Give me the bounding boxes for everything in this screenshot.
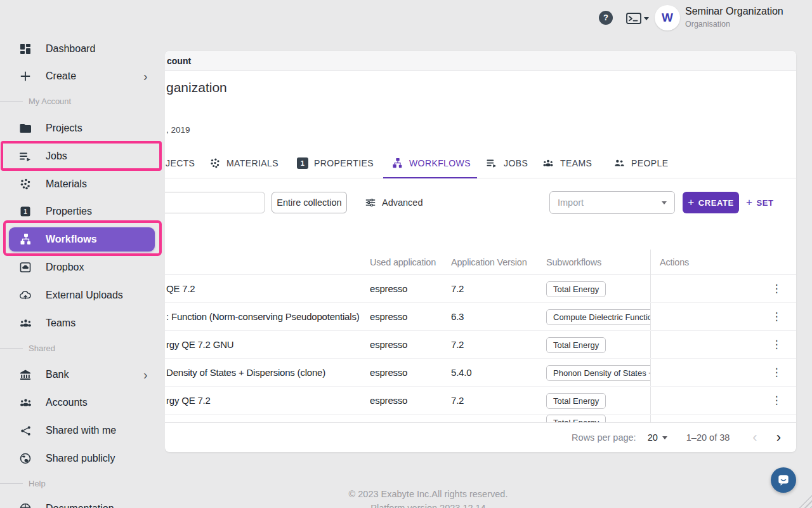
upload-cloud-icon	[18, 289, 32, 302]
set-label: SET	[757, 198, 774, 208]
sidebar-item-label: Teams	[46, 318, 75, 329]
subworkflow-chip[interactable]: Compute Dielectric Function	[546, 309, 650, 325]
row-actions-kebab-icon[interactable]: ⋮	[769, 331, 784, 359]
subworkflow-chip[interactable]: Total Energy	[546, 337, 606, 353]
sidebar-item-label: External Uploads	[46, 290, 123, 301]
sidebar-item-materials[interactable]: Materials	[0, 175, 164, 194]
sidebar-item-label: Properties	[46, 206, 92, 217]
tab-projects[interactable]: JECTS	[166, 148, 195, 178]
globe-icon	[18, 452, 32, 465]
folder-icon	[18, 122, 32, 135]
help-button[interactable]: ?	[599, 11, 613, 25]
tab-materials[interactable]: MATERIALS	[209, 148, 278, 178]
chat-bubble-button[interactable]	[771, 467, 796, 493]
tab-label: PROPERTIES	[314, 158, 374, 168]
org-type: Organisation	[685, 20, 783, 29]
active-tab-underline	[383, 177, 477, 178]
sidebar-item-label: Shared with me	[46, 425, 116, 436]
pagination-bar: Rows per page: 20 1–20 of 38 ‹ ›	[165, 422, 796, 452]
sidebar-item-label: Dropbox	[46, 262, 84, 273]
row-actions-kebab-icon[interactable]: ⋮	[769, 387, 784, 415]
previous-page-button[interactable]: ‹	[752, 431, 757, 444]
application-version: 7.2	[451, 275, 464, 303]
sidebar-item-teams[interactable]: Teams	[0, 314, 164, 333]
rows-per-page-select[interactable]: 20	[648, 432, 658, 443]
subworkflow-chip[interactable]: Total Energy	[546, 281, 606, 297]
workflows-icon	[392, 157, 403, 169]
sidebar: Dashboard Create › My Account Projects J…	[0, 0, 165, 508]
used-application: espresso	[370, 303, 407, 331]
properties-icon: 1	[18, 205, 32, 218]
create-button[interactable]: + CREATE	[683, 192, 739, 213]
tab-properties[interactable]: 1 PROPERTIES	[297, 148, 374, 178]
properties-badge-icon: 1	[297, 157, 308, 169]
sidebar-item-label: Dashboard	[46, 43, 95, 55]
sidebar-item-dropbox[interactable]: Dropbox	[0, 258, 164, 277]
plus-icon	[18, 70, 32, 82]
materials-icon	[209, 157, 221, 169]
people-icon	[613, 157, 625, 169]
table-row[interactable]: rgy QE 7.2 espresso 7.2 Total Energy ⋮	[165, 387, 796, 415]
sidebar-item-projects[interactable]: Projects	[0, 119, 164, 138]
console-menu-button[interactable]	[626, 12, 649, 25]
import-dropdown[interactable]: Import	[549, 191, 675, 214]
materials-icon	[18, 178, 32, 190]
tune-icon	[365, 197, 376, 208]
sidebar-item-documentation[interactable]: Documentation	[0, 499, 164, 508]
tab-teams[interactable]: TEAMS	[542, 148, 592, 178]
svg-text:1: 1	[23, 208, 27, 215]
terminal-icon	[626, 12, 642, 25]
set-button[interactable]: + SET	[746, 192, 774, 213]
workflows-icon	[19, 233, 33, 246]
col-subworkflows: Subworkflows	[546, 250, 601, 275]
tab-jobs[interactable]: JOBS	[486, 148, 528, 178]
subworkflow-chip[interactable]: Total Energy	[546, 393, 606, 409]
table-header: Used application Application Version Sub…	[165, 250, 796, 275]
row-actions-kebab-icon[interactable]: ⋮	[769, 303, 784, 331]
col-application-version: Application Version	[451, 250, 527, 275]
entire-collection-button[interactable]: Entire collection	[272, 192, 347, 213]
sidebar-item-jobs[interactable]: Jobs	[0, 147, 164, 166]
table-row[interactable]: Density of States + Dispersions (clone) …	[165, 359, 796, 387]
resize-corner-stripes	[796, 491, 812, 508]
page-title: ganization	[166, 80, 227, 95]
sidebar-item-dashboard[interactable]: Dashboard	[0, 39, 164, 58]
table-row[interactable]: QE 7.2 espresso 7.2 Total Energy ⋮	[165, 275, 796, 303]
sidebar-item-shared-publicly[interactable]: Shared publicly	[0, 449, 164, 468]
workflow-name: QE 7.2	[166, 275, 195, 303]
tab-label: MATERIALS	[226, 158, 278, 168]
row-actions-kebab-icon[interactable]: ⋮	[769, 275, 784, 303]
tab-label: WORKFLOWS	[409, 158, 471, 168]
org-date: , 2019	[166, 125, 190, 135]
caret-down-icon	[644, 17, 649, 20]
table-row[interactable]: rgy QE 7.2 GNU espresso 7.2 Total Energy…	[165, 331, 796, 359]
sidebar-item-label: Jobs	[46, 150, 67, 162]
section-divider	[0, 483, 23, 484]
jobs-icon	[18, 150, 32, 163]
col-actions: Actions	[660, 250, 689, 275]
advanced-label: Advanced	[382, 197, 423, 208]
org-block[interactable]: Seminar Organization Organisation	[685, 6, 783, 29]
next-page-button[interactable]: ›	[776, 431, 781, 444]
tab-label: TEAMS	[560, 158, 592, 168]
chevron-right-icon: ›	[143, 368, 148, 382]
page-footer: © 2023 Exabyte Inc.All rights reserved. …	[349, 489, 508, 508]
tab-workflows[interactable]: WORKFLOWS	[392, 148, 471, 178]
tab-people[interactable]: PEOPLE	[613, 148, 668, 178]
subworkflow-chip[interactable]: Phonon Density of States + Dis	[546, 365, 650, 381]
search-input[interactable]	[165, 192, 265, 213]
sidebar-item-create[interactable]: Create ›	[0, 67, 164, 86]
advanced-filter-button[interactable]: Advanced	[365, 192, 423, 213]
table-row[interactable]: : Function (Norm-conserving Pseudopotent…	[165, 303, 796, 331]
sidebar-item-shared-with-me[interactable]: Shared with me	[0, 421, 164, 440]
row-actions-kebab-icon[interactable]: ⋮	[769, 359, 784, 387]
rows-per-page-label: Rows per page:	[572, 432, 636, 443]
sidebar-item-workflows[interactable]: Workflows	[9, 227, 155, 251]
workflow-name: Density of States + Dispersions (clone)	[166, 359, 325, 387]
sidebar-item-properties[interactable]: 1 Properties	[0, 202, 164, 221]
avatar[interactable]: W	[655, 5, 680, 30]
section-label-shared: Shared	[29, 344, 55, 353]
sidebar-item-external-uploads[interactable]: External Uploads	[0, 286, 164, 305]
sidebar-item-bank[interactable]: Bank ›	[0, 365, 164, 384]
sidebar-item-accounts[interactable]: Accounts	[0, 393, 164, 412]
